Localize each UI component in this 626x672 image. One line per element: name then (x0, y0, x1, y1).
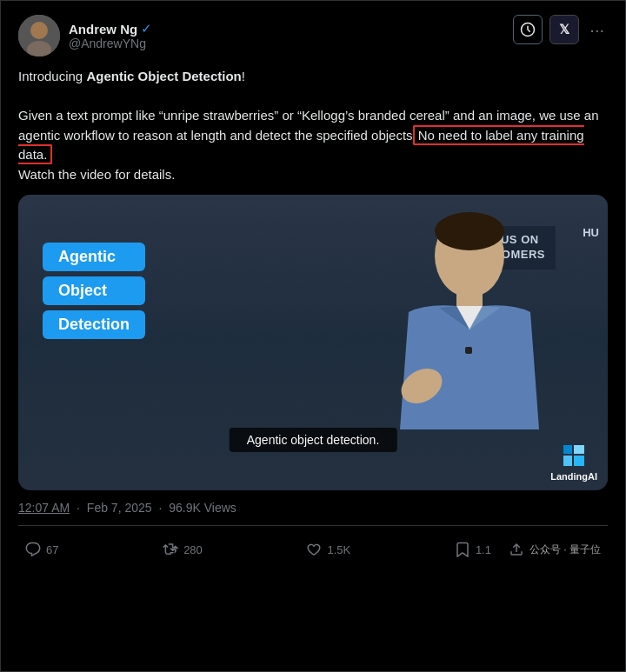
agentic-labels: Agentic Object Detection (43, 243, 145, 339)
avatar-image (18, 15, 60, 57)
retweet-icon (163, 542, 178, 557)
svg-rect-12 (574, 456, 584, 466)
svg-rect-9 (563, 456, 572, 466)
tweet-text: Introducing Agentic Object Detection! Gi… (18, 67, 608, 184)
bookmark-count: 1.1 (476, 543, 491, 556)
like-count: 1.5K (327, 543, 350, 556)
reply-count: 67 (46, 543, 58, 556)
video-subtitle: Agentic object detection. (230, 428, 397, 452)
x-icon: 𝕏 (559, 22, 569, 37)
body-after: Watch the video for details. (18, 167, 175, 182)
tweet-date: Feb 7, 2025 (87, 501, 152, 515)
svg-point-5 (435, 212, 504, 250)
tweet-meta: 12:07 AM · Feb 7, 2025 · 96.9K Views (18, 501, 608, 515)
bookmark-icon (455, 542, 470, 557)
label-object: Object (43, 276, 145, 305)
more-button[interactable]: ··· (586, 17, 608, 43)
reply-button[interactable]: 67 (18, 536, 65, 562)
author-name[interactable]: Andrew Ng (69, 22, 137, 37)
author-name-row: Andrew Ng ✓ (69, 21, 152, 37)
svg-rect-10 (563, 445, 572, 454)
avatar[interactable] (18, 15, 60, 57)
svg-rect-8 (465, 347, 472, 354)
retweet-button[interactable]: 280 (156, 536, 210, 562)
x-button[interactable]: 𝕏 (549, 15, 579, 44)
wechat-label: 公众号 · 量子位 (529, 542, 601, 557)
logo-text: LandingAI (550, 471, 597, 482)
header-left: Andrew Ng ✓ @AndrewYNg (18, 15, 152, 57)
wechat-button[interactable]: 公众号 · 量子位 (502, 536, 608, 562)
bold-title: Agentic Object Detection (86, 69, 241, 83)
bookmark-button[interactable]: 1.1 (448, 536, 498, 562)
svg-point-1 (30, 22, 48, 39)
tweet-card: Andrew Ng ✓ @AndrewYNg 𝕏 ··· Introduci (0, 0, 626, 672)
intro-text: Introducing (18, 69, 86, 83)
exclaim: ! (242, 69, 245, 83)
more-icon: ··· (589, 20, 604, 39)
share-icon (509, 542, 524, 557)
separator2: · (158, 501, 162, 515)
action-right: 1.1 公众号 · 量子位 (448, 536, 608, 562)
divider-top (18, 525, 608, 526)
author-info: Andrew Ng ✓ @AndrewYNg (69, 21, 152, 50)
tweet-time[interactable]: 12:07 AM (18, 501, 70, 515)
author-handle[interactable]: @AndrewYNg (69, 37, 152, 50)
landing-ai-logo: LandingAI (550, 442, 597, 482)
video-thumbnail[interactable]: FOCUS ONCUSTOMERS HU (18, 195, 608, 490)
tweet-views: 96.9K Views (169, 501, 236, 515)
reply-icon (25, 542, 41, 557)
svg-rect-11 (574, 445, 584, 454)
label-agentic: Agentic (43, 243, 145, 271)
label-detection: Detection (43, 310, 145, 339)
retweet-count: 280 (183, 543, 203, 556)
verified-icon: ✓ (141, 21, 152, 37)
tweet-actions: 67 280 1.5K 1.1 (18, 533, 608, 573)
tweet-header: Andrew Ng ✓ @AndrewYNg 𝕏 ··· (18, 15, 608, 57)
like-button[interactable]: 1.5K (299, 536, 357, 562)
grok-button[interactable] (513, 15, 543, 44)
separator: · (77, 501, 80, 515)
header-right: 𝕏 ··· (513, 15, 608, 44)
like-icon (306, 542, 322, 557)
